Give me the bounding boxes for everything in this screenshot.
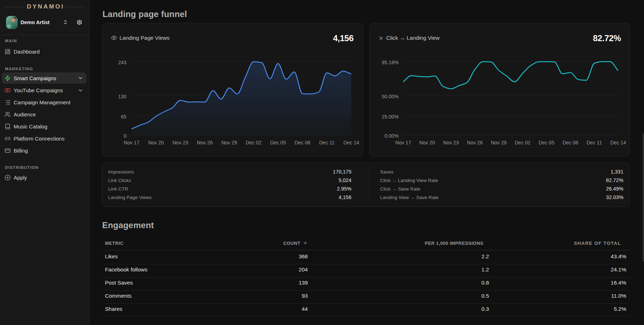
svg-text:Dec 11: Dec 11 — [587, 140, 602, 145]
svg-text:Dec 08: Dec 08 — [562, 140, 578, 145]
svg-text:Dec 02: Dec 02 — [515, 140, 531, 145]
svg-text:Nov 17: Nov 17 — [395, 140, 411, 145]
svg-text:130: 130 — [118, 94, 127, 99]
svg-text:50.00%: 50.00% — [382, 94, 399, 99]
svg-text:Nov 23: Nov 23 — [172, 140, 188, 145]
svg-text:95.18%: 95.18% — [382, 60, 399, 65]
svg-text:Nov 23: Nov 23 — [443, 140, 459, 145]
svg-text:Dec 14: Dec 14 — [610, 140, 626, 145]
svg-text:Nov 20: Nov 20 — [419, 140, 435, 145]
svg-text:0.00%: 0.00% — [384, 133, 399, 139]
svg-text:Nov 29: Nov 29 — [221, 140, 237, 145]
svg-text:243: 243 — [118, 60, 127, 65]
svg-text:Nov 26: Nov 26 — [467, 140, 483, 145]
svg-text:Nov 20: Nov 20 — [148, 140, 164, 145]
svg-text:0: 0 — [124, 133, 127, 139]
svg-text:Dec 11: Dec 11 — [319, 140, 335, 145]
svg-text:65: 65 — [121, 114, 127, 120]
svg-text:Nov 17: Nov 17 — [124, 140, 140, 145]
svg-text:Dec 14: Dec 14 — [343, 140, 359, 145]
svg-text:25.00%: 25.00% — [382, 114, 399, 120]
svg-text:Dec 05: Dec 05 — [270, 140, 286, 145]
svg-text:Dec 08: Dec 08 — [295, 140, 311, 145]
svg-text:Nov 29: Nov 29 — [491, 140, 507, 145]
svg-text:Dec 05: Dec 05 — [539, 140, 555, 145]
svg-text:Dec 02: Dec 02 — [246, 140, 262, 145]
svg-text:Nov 26: Nov 26 — [197, 140, 213, 145]
